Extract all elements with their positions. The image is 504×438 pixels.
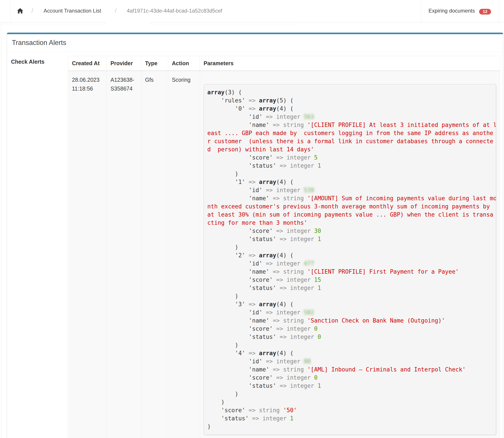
code-line: 'score' => integer 0 (207, 374, 494, 382)
code-token: cting for more than 3 months' (207, 219, 307, 226)
code-line: at least 30% (min sum of incoming paymen… (207, 211, 494, 219)
breadcrumb-item-account-transaction-list[interactable]: Account Transaction List (43, 8, 101, 14)
code-line: 'id' => integer 582 (207, 308, 494, 317)
code-line: ) (207, 292, 494, 300)
check-alerts-label: Check Alerts (11, 56, 68, 65)
code-token (311, 154, 314, 161)
code-token: 'name' (207, 195, 273, 202)
code-token: => integer (276, 374, 311, 381)
code-line: ) (207, 423, 494, 431)
code-token: => (249, 350, 255, 356)
code-token: 1 (318, 236, 321, 242)
column-header-provider: Provider (107, 56, 141, 71)
alerts-table: Created At Provider Type Action Paramete… (68, 56, 500, 438)
code-token: 'status' (207, 162, 280, 169)
code-token: array (259, 350, 276, 356)
code-token (314, 162, 318, 169)
code-line: 'status' => integer 1 (207, 162, 494, 170)
code-token (304, 195, 307, 202)
code-token: => integer (280, 285, 314, 291)
code-token: 0 (314, 374, 318, 381)
code-token: 'name' (207, 122, 273, 128)
code-line: 'status' => integer 1 (207, 235, 494, 243)
code-token (287, 415, 290, 422)
code-token: => (249, 301, 255, 307)
code-token: 'id' (207, 260, 266, 267)
code-token (255, 105, 259, 112)
code-line: 'id' => integer 539 (207, 186, 494, 194)
code-token: (3) ( (224, 89, 242, 96)
table-row: 28.06.2023 11:18:56 A123638- S358674 Gfs… (68, 71, 500, 438)
code-token (314, 285, 318, 291)
code-token: => integer (266, 260, 300, 267)
transaction-alerts-panel: Transaction Alerts Check Alerts Created … (7, 33, 503, 438)
code-line: 'id' => integer 477 (207, 260, 494, 268)
code-token (255, 252, 259, 259)
code-token (314, 383, 318, 389)
column-header-parameters: Parameters (200, 56, 500, 71)
code-token: ) (207, 244, 238, 251)
top-navbar: / Account Transaction List / 4af1971c-43… (0, 0, 504, 22)
code-token: 'id' (207, 309, 266, 316)
code-token (300, 309, 304, 316)
breadcrumb-item-transaction-id: 4af1971c-43de-44af-bcad-1a52c83d5cef (127, 8, 222, 14)
column-header-action: Action (168, 56, 200, 71)
topbar-divider (10, 0, 10, 22)
code-line: 'score' => integer 30 (207, 227, 494, 235)
code-token: => string (273, 268, 304, 275)
code-token: 0 (314, 325, 318, 332)
code-line: 'name' => string '[AML] Inbound – Crimin… (207, 365, 494, 374)
code-token: 'Sanction Check on Bank Name (Outgoing)' (307, 317, 445, 324)
code-line: ) (207, 341, 494, 349)
header-border (150, 22, 504, 22)
code-token (311, 228, 314, 234)
code-line: '4' => array(4) ( (207, 349, 494, 357)
code-token: 1 (318, 285, 321, 291)
code-token: => integer (276, 228, 311, 234)
code-token: => (249, 105, 255, 112)
code-token (300, 260, 304, 267)
code-token: 'status' (207, 285, 280, 291)
created-at-cell: 28.06.2023 11:18:56 (68, 71, 107, 438)
code-line: r customer (unless there is a formal lin… (207, 137, 494, 145)
panel-accent-bar (7, 33, 503, 34)
type-cell: Gfs (141, 71, 168, 438)
code-token: => string (273, 195, 304, 202)
code-token: '50' (283, 407, 297, 414)
code-line: 'status' => integer 1 (207, 415, 494, 423)
code-token: 30 (314, 228, 321, 234)
code-token: => integer (280, 236, 314, 242)
code-token: => integer (280, 383, 314, 389)
code-token: => (249, 179, 255, 185)
code-token: 'id' (207, 113, 266, 120)
code-token: ) (207, 342, 238, 348)
code-line: east .... GBP each made by customers log… (207, 129, 494, 137)
code-token: => integer (266, 187, 300, 193)
code-token (304, 268, 307, 275)
code-token: '2' (207, 252, 249, 259)
code-token: d person) within last 14 days' (207, 146, 314, 153)
code-token: => integer (252, 415, 287, 422)
code-token: 'rules' (207, 97, 249, 104)
code-line: 'rules' => array(5) ( (207, 97, 494, 105)
code-line: 'name' => string '[AMOUNT] Sum of incomi… (207, 194, 494, 202)
home-breadcrumb-link[interactable] (17, 8, 23, 14)
code-token: 0 (318, 334, 321, 340)
code-line: '0' => array(4) ( (207, 105, 494, 113)
check-alerts-label-column: Check Alerts (11, 56, 68, 438)
code-token (255, 179, 259, 185)
code-token: 'status' (207, 334, 280, 340)
code-line: ) (207, 243, 494, 252)
code-token: (4) ( (276, 252, 293, 259)
code-token: 'id' (207, 187, 266, 193)
panel-body: Check Alerts Created At Provider Type Ac… (7, 52, 503, 438)
expiring-documents-link[interactable]: Expiring documents (429, 8, 475, 14)
sidebar-toggle-button[interactable] (0, 8, 4, 13)
code-line: array(3) ( (207, 88, 494, 97)
code-token: 'score' (207, 407, 249, 414)
code-token (311, 325, 314, 332)
code-token: => integer (280, 334, 314, 340)
code-token: (4) ( (276, 105, 293, 112)
blurred-id-value: 563 (304, 113, 314, 120)
code-token: '3' (207, 301, 249, 307)
